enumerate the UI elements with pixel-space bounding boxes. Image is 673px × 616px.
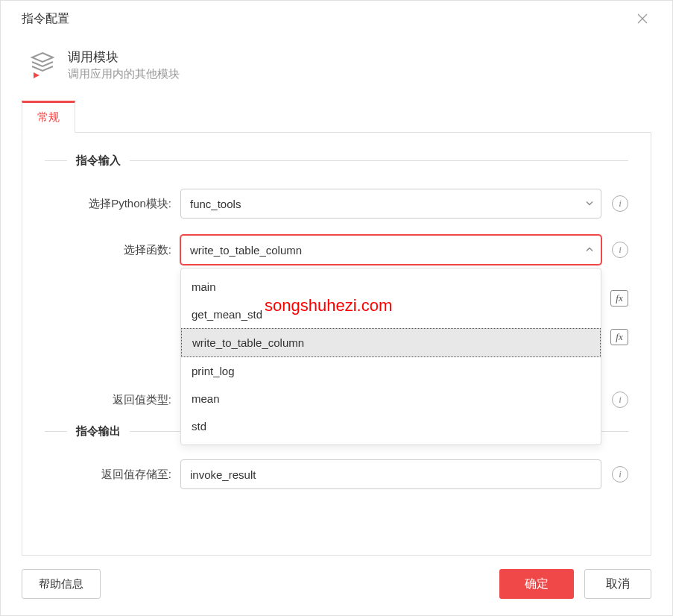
function-value: write_to_table_column <box>190 244 302 257</box>
chevron-down-icon <box>585 198 594 210</box>
option-main[interactable]: main <box>181 273 601 301</box>
row-return-store: 返回值存储至: i <box>45 459 628 489</box>
function-label: 选择函数: <box>45 243 171 257</box>
chevron-up-icon <box>585 244 594 257</box>
info-icon[interactable]: i <box>612 242 628 258</box>
return-store-input[interactable] <box>180 459 601 489</box>
function-dropdown: main get_mean_std write_to_table_column … <box>180 268 601 445</box>
python-module-select[interactable]: func_tools <box>180 189 601 219</box>
option-std[interactable]: std <box>181 412 601 440</box>
section-input-header: 指令输入 <box>45 154 628 168</box>
hidden-row-fx-1: fx <box>600 290 628 307</box>
fx-icon[interactable]: fx <box>610 329 628 345</box>
tab-panel: 指令输入 选择Python模块: func_tools i 选择函数: writ… <box>22 132 651 556</box>
fx-icon[interactable]: fx <box>610 290 628 307</box>
python-module-value: func_tools <box>190 198 241 210</box>
help-button[interactable]: 帮助信息 <box>22 569 101 599</box>
info-icon[interactable]: i <box>612 195 628 212</box>
return-type-label: 返回值类型: <box>45 393 171 407</box>
close-icon <box>636 13 648 25</box>
info-icon[interactable]: i <box>612 392 628 408</box>
function-select[interactable]: write_to_table_column <box>180 235 601 265</box>
row-python-module: 选择Python模块: func_tools i <box>45 189 628 219</box>
option-get-mean-std[interactable]: get_mean_std <box>181 301 601 328</box>
row-function: 选择函数: write_to_table_column main get_mea… <box>45 235 628 265</box>
dialog-header: 指令配置 <box>1 1 672 35</box>
ok-button[interactable]: 确定 <box>499 569 574 599</box>
python-module-label: 选择Python模块: <box>45 197 171 211</box>
section-output-label: 指令输出 <box>76 424 121 439</box>
svg-marker-2 <box>34 72 40 78</box>
close-button[interactable] <box>631 10 654 28</box>
module-icon <box>28 50 57 80</box>
info-icon[interactable]: i <box>612 466 628 483</box>
tab-general[interactable]: 常规 <box>22 101 75 133</box>
module-description: 调用应用内的其他模块 <box>68 67 180 81</box>
section-input-label: 指令输入 <box>76 154 121 168</box>
module-info: 调用模块 调用应用内的其他模块 <box>1 35 672 90</box>
module-title: 调用模块 <box>68 48 180 66</box>
hidden-row-fx-2: fx <box>600 329 628 345</box>
dialog-title: 指令配置 <box>22 11 69 27</box>
option-write-to-table-column[interactable]: write_to_table_column <box>181 328 601 357</box>
option-mean[interactable]: mean <box>181 385 601 412</box>
option-print-log[interactable]: print_log <box>181 357 601 385</box>
tabs: 常规 <box>1 101 672 133</box>
dialog: 指令配置 调用模块 调用应用内的其他模块 常规 指令输入 <box>0 0 673 616</box>
return-store-label: 返回值存储至: <box>45 468 171 482</box>
dialog-footer: 帮助信息 确定 取消 <box>1 556 672 615</box>
cancel-button[interactable]: 取消 <box>584 569 651 599</box>
